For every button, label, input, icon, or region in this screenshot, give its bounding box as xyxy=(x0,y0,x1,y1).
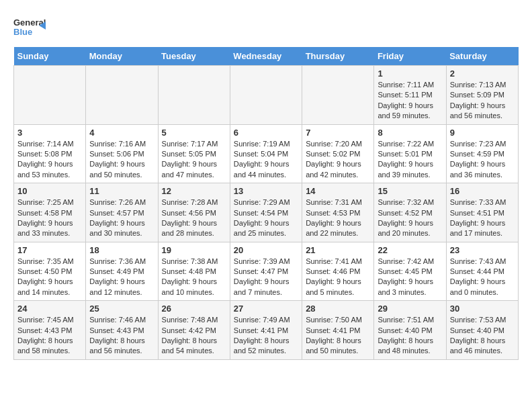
day-info: Sunrise: 7:51 AM Sunset: 4:40 PM Dayligh… xyxy=(378,315,442,357)
day-cell: 2Sunrise: 7:13 AM Sunset: 5:09 PM Daylig… xyxy=(446,66,518,125)
day-number: 4 xyxy=(89,128,154,138)
day-cell: 9Sunrise: 7:23 AM Sunset: 4:59 PM Daylig… xyxy=(446,124,518,183)
day-info: Sunrise: 7:22 AM Sunset: 5:01 PM Dayligh… xyxy=(378,139,442,181)
day-info: Sunrise: 7:42 AM Sunset: 4:45 PM Dayligh… xyxy=(378,257,442,298)
day-number: 18 xyxy=(89,245,154,255)
day-info: Sunrise: 7:13 AM Sunset: 5:09 PM Dayligh… xyxy=(450,80,515,122)
day-cell: 25Sunrise: 7:46 AM Sunset: 4:43 PM Dayli… xyxy=(86,301,158,360)
day-info: Sunrise: 7:43 AM Sunset: 4:44 PM Dayligh… xyxy=(450,257,515,298)
day-number: 29 xyxy=(378,304,442,314)
day-number: 10 xyxy=(17,186,82,196)
day-number: 2 xyxy=(450,68,515,79)
day-number: 14 xyxy=(306,186,370,196)
logo-svg: GeneralBlue xyxy=(13,13,47,40)
day-cell: 27Sunrise: 7:49 AM Sunset: 4:41 PM Dayli… xyxy=(230,301,302,360)
day-info: Sunrise: 7:32 AM Sunset: 4:52 PM Dayligh… xyxy=(378,197,442,239)
day-number: 13 xyxy=(234,186,298,196)
day-cell: 7Sunrise: 7:20 AM Sunset: 5:02 PM Daylig… xyxy=(302,124,374,183)
week-row-5: 24Sunrise: 7:45 AM Sunset: 4:43 PM Dayli… xyxy=(14,301,519,360)
day-info: Sunrise: 7:38 AM Sunset: 4:48 PM Dayligh… xyxy=(162,257,226,298)
day-info: Sunrise: 7:31 AM Sunset: 4:53 PM Dayligh… xyxy=(306,197,370,239)
day-number: 12 xyxy=(162,186,226,196)
calendar-header-row: SundayMondayTuesdayWednesdayThursdayFrid… xyxy=(14,47,519,66)
svg-text:Blue: Blue xyxy=(13,27,32,37)
day-cell: 16Sunrise: 7:33 AM Sunset: 4:51 PM Dayli… xyxy=(446,183,518,242)
day-cell: 22Sunrise: 7:42 AM Sunset: 4:45 PM Dayli… xyxy=(374,242,446,301)
day-cell: 23Sunrise: 7:43 AM Sunset: 4:44 PM Dayli… xyxy=(446,242,518,301)
day-number: 7 xyxy=(306,128,370,138)
header-sunday: Sunday xyxy=(14,47,86,66)
day-info: Sunrise: 7:25 AM Sunset: 4:58 PM Dayligh… xyxy=(17,197,82,239)
day-number: 23 xyxy=(450,245,515,255)
day-cell xyxy=(86,66,158,125)
logo: GeneralBlue xyxy=(13,13,47,40)
day-cell: 30Sunrise: 7:53 AM Sunset: 4:40 PM Dayli… xyxy=(446,301,518,360)
week-row-3: 10Sunrise: 7:25 AM Sunset: 4:58 PM Dayli… xyxy=(14,183,519,242)
header-monday: Monday xyxy=(86,47,158,66)
day-number: 16 xyxy=(450,186,515,196)
day-info: Sunrise: 7:48 AM Sunset: 4:42 PM Dayligh… xyxy=(162,315,226,357)
day-number: 5 xyxy=(162,128,226,138)
day-cell: 13Sunrise: 7:29 AM Sunset: 4:54 PM Dayli… xyxy=(230,183,302,242)
day-number: 27 xyxy=(234,304,298,314)
day-number: 15 xyxy=(378,186,442,196)
day-number: 25 xyxy=(89,304,154,314)
day-cell: 17Sunrise: 7:35 AM Sunset: 4:50 PM Dayli… xyxy=(14,242,86,301)
header-thursday: Thursday xyxy=(302,47,374,66)
day-info: Sunrise: 7:17 AM Sunset: 5:05 PM Dayligh… xyxy=(162,139,226,181)
day-number: 22 xyxy=(378,245,442,255)
day-number: 17 xyxy=(17,245,82,255)
day-number: 19 xyxy=(162,245,226,255)
day-info: Sunrise: 7:20 AM Sunset: 5:02 PM Dayligh… xyxy=(306,139,370,181)
day-cell: 5Sunrise: 7:17 AM Sunset: 5:05 PM Daylig… xyxy=(158,124,230,183)
calendar-table: SundayMondayTuesdayWednesdayThursdayFrid… xyxy=(13,47,519,360)
day-info: Sunrise: 7:50 AM Sunset: 4:41 PM Dayligh… xyxy=(306,315,370,357)
day-number: 8 xyxy=(378,128,442,138)
day-cell: 19Sunrise: 7:38 AM Sunset: 4:48 PM Dayli… xyxy=(158,242,230,301)
day-info: Sunrise: 7:14 AM Sunset: 5:08 PM Dayligh… xyxy=(17,139,82,181)
day-cell: 28Sunrise: 7:50 AM Sunset: 4:41 PM Dayli… xyxy=(302,301,374,360)
day-number: 28 xyxy=(306,304,370,314)
week-row-1: 1Sunrise: 7:11 AM Sunset: 5:11 PM Daylig… xyxy=(14,66,519,125)
day-info: Sunrise: 7:46 AM Sunset: 4:43 PM Dayligh… xyxy=(89,315,154,357)
day-number: 24 xyxy=(17,304,82,314)
day-number: 9 xyxy=(450,128,515,138)
day-cell: 29Sunrise: 7:51 AM Sunset: 4:40 PM Dayli… xyxy=(374,301,446,360)
week-row-4: 17Sunrise: 7:35 AM Sunset: 4:50 PM Dayli… xyxy=(14,242,519,301)
day-info: Sunrise: 7:53 AM Sunset: 4:40 PM Dayligh… xyxy=(450,315,515,357)
day-cell: 24Sunrise: 7:45 AM Sunset: 4:43 PM Dayli… xyxy=(14,301,86,360)
day-info: Sunrise: 7:49 AM Sunset: 4:41 PM Dayligh… xyxy=(234,315,298,357)
day-number: 11 xyxy=(89,186,154,196)
day-info: Sunrise: 7:23 AM Sunset: 4:59 PM Dayligh… xyxy=(450,139,515,181)
day-cell: 14Sunrise: 7:31 AM Sunset: 4:53 PM Dayli… xyxy=(302,183,374,242)
day-cell: 10Sunrise: 7:25 AM Sunset: 4:58 PM Dayli… xyxy=(14,183,86,242)
day-cell: 11Sunrise: 7:26 AM Sunset: 4:57 PM Dayli… xyxy=(86,183,158,242)
day-number: 30 xyxy=(450,304,515,314)
day-number: 26 xyxy=(162,304,226,314)
day-cell: 20Sunrise: 7:39 AM Sunset: 4:47 PM Dayli… xyxy=(230,242,302,301)
day-info: Sunrise: 7:11 AM Sunset: 5:11 PM Dayligh… xyxy=(378,80,442,122)
day-info: Sunrise: 7:36 AM Sunset: 4:49 PM Dayligh… xyxy=(89,257,154,298)
day-info: Sunrise: 7:35 AM Sunset: 4:50 PM Dayligh… xyxy=(17,257,82,298)
header-saturday: Saturday xyxy=(446,47,518,66)
day-cell: 1Sunrise: 7:11 AM Sunset: 5:11 PM Daylig… xyxy=(374,66,446,125)
day-number: 3 xyxy=(17,128,82,138)
day-info: Sunrise: 7:45 AM Sunset: 4:43 PM Dayligh… xyxy=(17,315,82,357)
day-cell: 26Sunrise: 7:48 AM Sunset: 4:42 PM Dayli… xyxy=(158,301,230,360)
day-number: 1 xyxy=(378,68,442,79)
header-friday: Friday xyxy=(374,47,446,66)
day-number: 21 xyxy=(306,245,370,255)
day-info: Sunrise: 7:16 AM Sunset: 5:06 PM Dayligh… xyxy=(89,139,154,181)
day-info: Sunrise: 7:26 AM Sunset: 4:57 PM Dayligh… xyxy=(89,197,154,239)
day-info: Sunrise: 7:29 AM Sunset: 4:54 PM Dayligh… xyxy=(234,197,298,239)
page-header: GeneralBlue xyxy=(13,13,519,40)
day-cell: 18Sunrise: 7:36 AM Sunset: 4:49 PM Dayli… xyxy=(86,242,158,301)
day-info: Sunrise: 7:33 AM Sunset: 4:51 PM Dayligh… xyxy=(450,197,515,239)
header-tuesday: Tuesday xyxy=(158,47,230,66)
day-cell xyxy=(14,66,86,125)
day-info: Sunrise: 7:41 AM Sunset: 4:46 PM Dayligh… xyxy=(306,257,370,298)
day-cell: 4Sunrise: 7:16 AM Sunset: 5:06 PM Daylig… xyxy=(86,124,158,183)
day-cell xyxy=(158,66,230,125)
day-cell: 6Sunrise: 7:19 AM Sunset: 5:04 PM Daylig… xyxy=(230,124,302,183)
day-cell: 21Sunrise: 7:41 AM Sunset: 4:46 PM Dayli… xyxy=(302,242,374,301)
